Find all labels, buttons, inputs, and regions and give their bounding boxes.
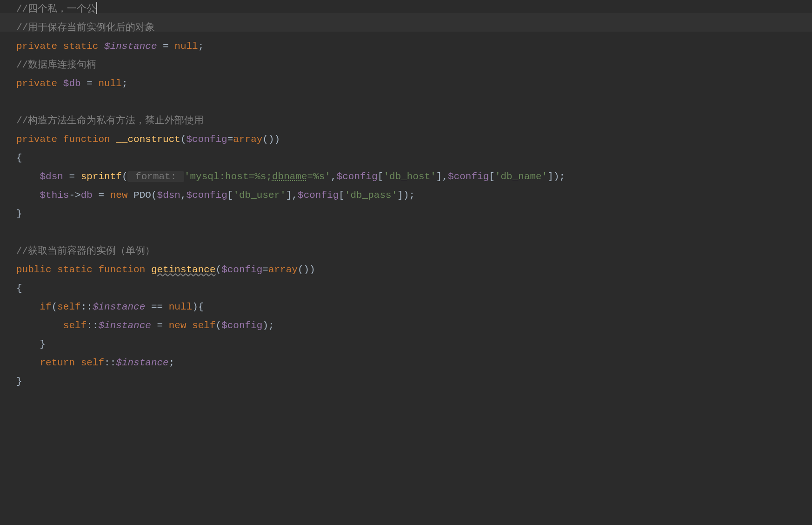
- keyword-static: static: [57, 264, 93, 275]
- blank-line[interactable]: [16, 223, 812, 242]
- paren: (: [151, 190, 157, 201]
- bracket: [: [489, 171, 495, 182]
- keyword-private: private: [16, 134, 57, 145]
- bracket: ]: [436, 171, 442, 182]
- string-key: 'db_pass': [345, 190, 397, 201]
- blank-line[interactable]: [16, 93, 812, 112]
- code-line[interactable]: //用于保存当前实例化后的对象: [16, 19, 812, 37]
- code-line[interactable]: {: [16, 279, 812, 298]
- code-line[interactable]: $this->db = new PDO($dsn,$config['db_use…: [16, 186, 812, 205]
- keyword-static: static: [63, 41, 99, 52]
- comment-text: //数据库连接句柄: [16, 60, 96, 70]
- semicolon: ;: [122, 78, 128, 89]
- code-line[interactable]: self::$instance = new self($config);: [16, 316, 812, 335]
- function-name: __construct: [116, 134, 180, 145]
- keyword-new: new: [110, 190, 128, 201]
- text-cursor: [96, 2, 97, 14]
- semicolon: ;: [169, 357, 175, 368]
- variable: $db: [63, 78, 81, 89]
- paren: (: [122, 171, 128, 182]
- variable: $instance: [93, 302, 145, 312]
- function-name: getinstance: [151, 264, 216, 275]
- variable: $instance: [116, 357, 168, 368]
- keyword-array: array: [233, 134, 262, 145]
- string-key: 'db_name': [495, 171, 547, 182]
- comment-text: //构造方法生命为私有方法，禁止外部使用: [16, 115, 204, 126]
- variable: $config: [448, 171, 489, 182]
- bracket: [: [227, 190, 233, 201]
- keyword-self: self: [57, 302, 80, 312]
- code-line[interactable]: //获取当前容器的实例（单例）: [16, 242, 812, 261]
- code-line[interactable]: }: [16, 205, 812, 223]
- keyword-function: function: [98, 264, 145, 275]
- comment-text: //用于保存当前实例化后的对象: [16, 22, 155, 33]
- scope-operator: ::: [87, 320, 98, 331]
- operator: ==: [145, 302, 168, 312]
- comma: ,: [180, 190, 186, 201]
- operator: =: [227, 134, 233, 145]
- keyword-function: function: [63, 134, 110, 145]
- semicolon: ;: [198, 41, 204, 52]
- parameter-hint: format:: [127, 171, 184, 182]
- code-line[interactable]: $dsn = sprintf( format: 'mysql:host=%s;d…: [16, 168, 812, 186]
- keyword-public: public: [16, 264, 52, 275]
- parameter: $config: [221, 264, 262, 275]
- variable: $config: [337, 171, 378, 182]
- function-call: sprintf: [81, 171, 122, 182]
- paren: (: [216, 264, 222, 275]
- variable: $config: [298, 190, 339, 201]
- semicolon: ;: [559, 171, 566, 182]
- code-line[interactable]: {: [16, 149, 812, 168]
- paren: (: [52, 302, 58, 312]
- code-editor[interactable]: //四个私，一个公 //用于保存当前实例化后的对象 private static…: [0, 0, 812, 391]
- code-line[interactable]: private function __construct($config=arr…: [16, 130, 812, 149]
- keyword-if: if: [40, 302, 51, 312]
- code-line[interactable]: private static $instance = null;: [16, 37, 812, 56]
- bracket: [: [378, 171, 384, 182]
- bracket: ]: [286, 190, 292, 201]
- paren: (): [262, 134, 274, 145]
- keyword-new: new: [169, 320, 186, 331]
- keyword-return: return: [40, 357, 75, 368]
- scope-operator: ::: [104, 357, 116, 368]
- variable: $instance: [104, 41, 157, 52]
- code-line[interactable]: }: [16, 335, 812, 354]
- operator: =: [151, 320, 169, 331]
- code-line[interactable]: //构造方法生命为私有方法，禁止外部使用: [16, 112, 812, 130]
- paren: (): [298, 264, 309, 275]
- code-line[interactable]: if(self::$instance == null){: [16, 298, 812, 316]
- code-line[interactable]: public static function getinstance($conf…: [16, 261, 812, 279]
- code-line[interactable]: //四个私，一个公: [16, 0, 812, 19]
- keyword-null: null: [98, 78, 121, 89]
- string-key: 'db_host': [383, 171, 436, 182]
- class-name: PDO: [133, 190, 151, 201]
- variable: $dsn: [40, 171, 63, 182]
- operator: =: [81, 78, 99, 89]
- operator: =: [93, 190, 110, 201]
- operator: =: [63, 171, 81, 182]
- variable-this: $this: [40, 190, 69, 201]
- bracket: ]): [397, 190, 409, 201]
- scope-operator: ::: [81, 302, 93, 312]
- code-line[interactable]: return self::$instance;: [16, 354, 812, 372]
- code-line[interactable]: }: [16, 372, 812, 391]
- brace: {: [16, 153, 22, 163]
- string: dbname: [272, 171, 307, 182]
- code-line[interactable]: //数据库连接句柄: [16, 56, 812, 74]
- brace: }: [16, 209, 22, 219]
- paren: (: [180, 134, 186, 145]
- code-line[interactable]: private $db = null;: [16, 74, 812, 93]
- string: =%s': [307, 171, 331, 182]
- keyword-self: self: [192, 320, 215, 331]
- paren: ): [309, 264, 315, 275]
- bracket: ]): [547, 171, 559, 182]
- operator: =: [262, 264, 268, 275]
- keyword-private: private: [16, 78, 57, 89]
- string-key: 'db_user': [233, 190, 286, 201]
- keyword-null: null: [174, 41, 198, 52]
- paren: ): [274, 134, 280, 145]
- semicolon: ;: [268, 320, 274, 331]
- variable: $instance: [98, 320, 151, 331]
- brace: }: [16, 376, 22, 387]
- arrow: ->: [69, 190, 80, 201]
